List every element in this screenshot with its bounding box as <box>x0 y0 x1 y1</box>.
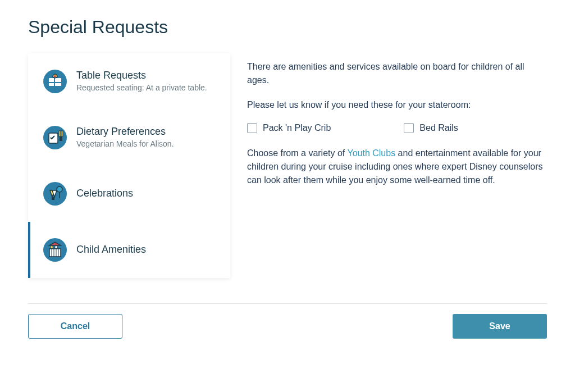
sidebar-item-title: Celebrations <box>76 188 218 199</box>
cancel-button[interactable]: Cancel <box>28 314 122 339</box>
sidebar-item-dietary-preferences[interactable]: Dietary Preferences Vegetarian Meals for… <box>28 110 230 166</box>
svg-rect-7 <box>59 131 61 136</box>
youth-clubs-link[interactable]: Youth Clubs <box>347 148 395 158</box>
svg-rect-6 <box>49 133 58 143</box>
checkbox-pack-n-play[interactable]: Pack 'n Play Crib <box>247 123 331 133</box>
checkbox-bed-rails[interactable]: Bed Rails <box>404 123 458 133</box>
sidebar-item-table-requests[interactable]: Table Requests Requested seating: At a p… <box>28 53 230 110</box>
svg-point-20 <box>51 246 53 249</box>
child-amenities-icon <box>43 238 67 262</box>
sidebar-item-celebrations[interactable]: Celebrations <box>28 166 230 222</box>
checkbox-box-icon <box>404 123 414 133</box>
sidebar-item-child-amenities[interactable]: Child Amenities <box>28 222 230 278</box>
sidebar-item-title: Dietary Preferences <box>76 126 218 138</box>
closing-pre: Choose from a variety of <box>247 148 347 158</box>
svg-point-4 <box>54 75 56 78</box>
intro-text-1: There are amenities and services availab… <box>247 60 547 87</box>
svg-rect-15 <box>49 249 61 257</box>
sidebar-item-title: Table Requests <box>76 70 218 81</box>
sidebar: Table Requests Requested seating: At a p… <box>28 53 230 278</box>
sidebar-item-subtitle: Vegetarian Meals for Alison. <box>76 139 218 149</box>
svg-rect-9 <box>60 136 62 141</box>
checkbox-box-icon <box>247 123 257 133</box>
svg-rect-13 <box>52 197 54 200</box>
svg-point-21 <box>55 246 58 249</box>
dietary-icon <box>43 125 67 150</box>
intro-text-2: Please let us know if you need these for… <box>247 98 547 112</box>
svg-point-11 <box>57 186 62 192</box>
page-title: Special Requests <box>28 17 547 38</box>
celebrations-icon <box>43 181 67 206</box>
sidebar-item-title: Child Amenities <box>76 244 218 256</box>
table-icon <box>43 69 67 94</box>
svg-rect-8 <box>61 131 63 136</box>
checkbox-label: Pack 'n Play Crib <box>263 123 331 133</box>
svg-rect-3 <box>54 78 55 86</box>
main-panel: There are amenities and services availab… <box>247 53 547 278</box>
save-button[interactable]: Save <box>453 314 547 339</box>
sidebar-item-subtitle: Requested seating: At a private table. <box>76 83 218 93</box>
checkbox-label: Bed Rails <box>419 123 458 133</box>
footer-divider <box>28 303 547 304</box>
closing-text: Choose from a variety of Youth Clubs and… <box>247 147 547 187</box>
